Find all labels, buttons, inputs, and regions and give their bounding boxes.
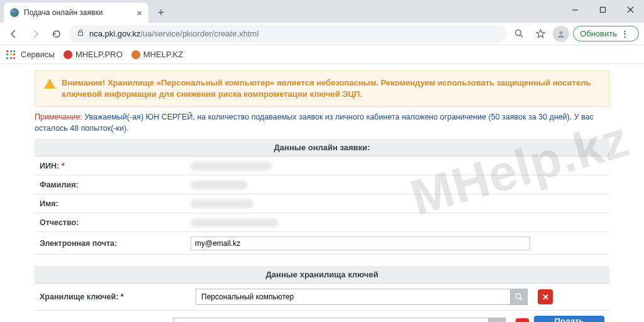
account-avatar-icon[interactable] xyxy=(553,26,569,42)
svg-line-6 xyxy=(520,35,523,38)
iin-label: ИИН: * xyxy=(40,162,191,170)
email-label: Электронная почта: xyxy=(40,239,191,248)
bookmark-favicon-icon xyxy=(64,50,72,59)
favicon-icon xyxy=(10,8,19,17)
lastname-label: Фамилия: xyxy=(40,180,191,189)
reload-button[interactable] xyxy=(48,25,65,43)
bookmark-star-icon[interactable] xyxy=(531,25,549,43)
notice-label: Примечание: xyxy=(35,113,82,121)
firstname-label: Имя: xyxy=(40,199,191,208)
warning-text: Внимание! Хранилище «Персональный компью… xyxy=(62,77,600,100)
section-header-application: Данные онлайн заявки: xyxy=(35,139,609,157)
keystore-label: Хранилище ключей: * xyxy=(40,292,191,301)
window-titlebar: Подача онлайн заявки × + xyxy=(0,0,644,23)
keystore-input[interactable] xyxy=(196,289,510,305)
maximize-window-icon[interactable] xyxy=(589,0,616,19)
notice-text: Примечание: Уважаемый(-ая) ЮН СЕРГЕЙ, на… xyxy=(35,112,609,134)
bookmark-label: MHELP.KZ xyxy=(143,50,183,59)
row-email: Электронная почта: xyxy=(35,232,609,255)
bookmark-item-mhelp-kz[interactable]: MHELP.KZ xyxy=(131,50,183,59)
svg-point-8 xyxy=(516,294,521,299)
svg-rect-1 xyxy=(600,7,605,12)
submit-button[interactable]: Подать заявку xyxy=(534,316,604,322)
url-text: nca.pki.gov.kz/ua/service/pkiorder/creat… xyxy=(89,29,258,38)
notice-body: Уважаемый(-ая) ЮН СЕРГЕЙ, на количество … xyxy=(35,113,594,133)
forward-button xyxy=(26,25,44,43)
update-button[interactable]: Обновить ⋮ xyxy=(573,26,639,42)
browser-menu-icon[interactable]: ⋮ xyxy=(621,29,630,38)
bookmark-label: MHELP.PRO xyxy=(75,50,123,59)
zoom-icon[interactable] xyxy=(510,25,528,43)
new-tab-button[interactable]: + xyxy=(152,4,170,21)
keystore-path-browse-button[interactable] xyxy=(488,318,506,322)
lastname-value-redacted xyxy=(191,180,247,189)
bookmark-favicon-icon xyxy=(131,50,140,59)
keystore-browse-button[interactable] xyxy=(510,289,528,305)
row-keystore-path: Путь к хранилищу ключей: * ✕ Подать заяв… xyxy=(35,311,609,322)
row-lastname: Фамилия: xyxy=(35,175,609,194)
apps-label: Сервисы xyxy=(21,50,55,59)
minimize-window-icon[interactable] xyxy=(561,0,589,19)
keystore-path-delete-button[interactable]: ✕ xyxy=(516,318,529,322)
middlename-value-redacted xyxy=(191,218,279,227)
keystore-delete-button[interactable]: ✕ xyxy=(538,289,553,304)
email-input[interactable] xyxy=(191,236,530,250)
iin-value-redacted xyxy=(191,162,272,170)
svg-rect-4 xyxy=(79,32,83,36)
address-bar: nca.pki.gov.kz/ua/service/pkiorder/creat… xyxy=(0,23,644,45)
url-bar[interactable]: nca.pki.gov.kz/ua/service/pkiorder/creat… xyxy=(69,25,506,43)
apps-shortcut[interactable]: Сервисы xyxy=(6,50,55,59)
firstname-value-redacted xyxy=(191,199,253,208)
middlename-label: Отчество: xyxy=(40,218,191,227)
back-button[interactable] xyxy=(5,25,23,43)
svg-point-5 xyxy=(515,30,521,36)
warning-triangle-icon xyxy=(44,79,55,89)
browser-tab[interactable]: Подача онлайн заявки × xyxy=(4,3,148,23)
bookmark-item-mhelp-pro[interactable]: MHELP.PRO xyxy=(64,50,123,59)
row-keystore: Хранилище ключей: * ✕ xyxy=(35,284,609,311)
keystore-path-input[interactable] xyxy=(174,318,488,322)
bookmarks-bar: Сервисы MHELP.PRO MHELP.KZ xyxy=(0,45,644,64)
section-header-keystore: Данные хранилища ключей xyxy=(35,266,609,284)
row-firstname: Имя: xyxy=(35,194,609,213)
row-middlename: Отчество: xyxy=(35,213,609,232)
close-tab-icon[interactable]: × xyxy=(136,8,142,18)
tab-title: Подача онлайн заявки xyxy=(24,8,131,17)
update-label: Обновить xyxy=(580,29,617,38)
svg-line-9 xyxy=(520,298,522,300)
row-iin: ИИН: * xyxy=(35,157,609,175)
warning-alert: Внимание! Хранилище «Персональный компью… xyxy=(35,70,609,107)
page-content: MHelp.kz Внимание! Хранилище «Персональн… xyxy=(0,64,644,322)
close-window-icon[interactable] xyxy=(616,0,644,19)
svg-point-7 xyxy=(560,31,563,34)
apps-grid-icon xyxy=(6,50,15,59)
lock-icon xyxy=(77,29,84,38)
